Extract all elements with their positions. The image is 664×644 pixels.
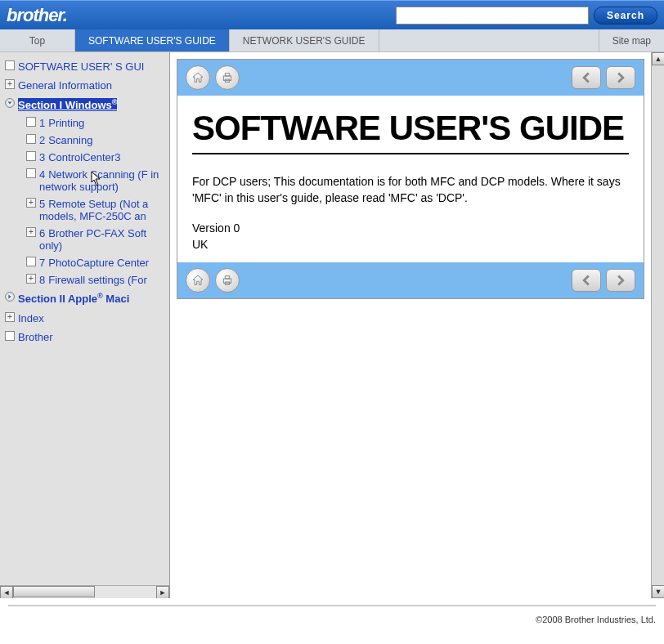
svg-rect-0 bbox=[223, 76, 231, 80]
print-icon bbox=[221, 71, 234, 84]
doc-icon bbox=[26, 117, 36, 127]
footer: ©2008 Brother Industries, Ltd. bbox=[8, 605, 656, 633]
tree-label: 6Brother PC-FAX Soft only) bbox=[39, 227, 169, 252]
region-text: UK bbox=[192, 237, 629, 253]
print-button[interactable] bbox=[215, 65, 240, 90]
tree-item-brother[interactable]: Brother bbox=[5, 328, 169, 347]
tree-item-firewall[interactable]: + 8Firewall settings (For bbox=[26, 271, 169, 288]
body-area: SOFTWARE USER' S GUI + General Informati… bbox=[0, 52, 664, 598]
chevron-right-icon bbox=[615, 275, 626, 286]
chevron-left-icon bbox=[581, 275, 592, 286]
svg-rect-1 bbox=[225, 74, 229, 76]
content-pane: SOFTWARE USER'S GUIDE For DCP users; Thi… bbox=[170, 52, 664, 598]
tab-bar: Top SOFTWARE USER'S GUIDE NETWORK USER'S… bbox=[0, 29, 664, 52]
doc-icon bbox=[5, 60, 15, 70]
tree-item-index[interactable]: + Index bbox=[5, 309, 169, 328]
doc-icon bbox=[26, 134, 36, 144]
tree-label: SOFTWARE USER' S GUI bbox=[18, 60, 144, 73]
plus-icon: + bbox=[26, 227, 36, 237]
plus-icon: + bbox=[5, 79, 15, 89]
tree-label: 4Network Scanning (F in network support) bbox=[39, 168, 169, 193]
tree-label: 7PhotoCapture Center bbox=[39, 257, 149, 269]
content-box: SOFTWARE USER'S GUIDE For DCP users; Thi… bbox=[177, 59, 644, 299]
tab-software-guide[interactable]: SOFTWARE USER'S GUIDE bbox=[75, 29, 230, 51]
search-button[interactable]: Search bbox=[594, 7, 657, 25]
tree-item-general-info[interactable]: + General Information bbox=[5, 76, 169, 95]
sidebar: SOFTWARE USER' S GUI + General Informati… bbox=[0, 52, 170, 598]
doc-icon bbox=[5, 331, 15, 341]
tree-sub-windows: 1Printing 2Scanning 3ControlCenter3 4Net… bbox=[5, 114, 169, 288]
plus-icon: + bbox=[5, 312, 15, 322]
sidebar-hscrollbar[interactable]: ◄ ► bbox=[0, 585, 169, 598]
doc-icon bbox=[26, 168, 36, 178]
tab-network-guide[interactable]: NETWORK USER'S GUIDE bbox=[230, 29, 379, 51]
svg-rect-4 bbox=[225, 276, 229, 279]
content-toolbar-top bbox=[177, 60, 644, 96]
scroll-left-icon[interactable]: ◄ bbox=[0, 586, 13, 598]
content-vscrollbar[interactable]: ▲ ▼ bbox=[651, 52, 664, 598]
scroll-up-icon[interactable]: ▲ bbox=[652, 52, 664, 65]
tab-sitemap[interactable]: Site map bbox=[599, 29, 664, 51]
tree-label: 8Firewall settings (For bbox=[39, 274, 147, 286]
prev-button[interactable] bbox=[572, 66, 601, 89]
content-inner: SOFTWARE USER'S GUIDE For DCP users; Thi… bbox=[170, 52, 651, 598]
home-button[interactable] bbox=[186, 65, 210, 90]
scroll-thumb[interactable] bbox=[13, 586, 95, 597]
search-input[interactable] bbox=[396, 7, 589, 25]
tree-label: 2Scanning bbox=[39, 134, 92, 146]
tree-label: Brother bbox=[18, 331, 53, 343]
svg-rect-3 bbox=[223, 279, 231, 283]
tree-item-scanning[interactable]: 2Scanning bbox=[26, 132, 169, 149]
doc-icon bbox=[26, 151, 36, 161]
document-body: SOFTWARE USER'S GUIDE For DCP users; Thi… bbox=[177, 96, 644, 262]
home-icon bbox=[191, 274, 204, 287]
next-button[interactable] bbox=[606, 269, 635, 292]
nav-tree: SOFTWARE USER' S GUI + General Informati… bbox=[0, 52, 169, 351]
tree-label: Index bbox=[18, 312, 44, 324]
tree-label: Section II Apple® Maci bbox=[18, 292, 129, 305]
tree-item-printing[interactable]: 1Printing bbox=[26, 114, 169, 132]
print-icon bbox=[221, 274, 234, 287]
brother-logo: brother. bbox=[7, 5, 67, 26]
tree-item-network-scanning[interactable]: 4Network Scanning (F in network support) bbox=[26, 166, 169, 195]
expand-down-icon bbox=[5, 98, 15, 108]
scroll-track[interactable] bbox=[13, 586, 156, 598]
plus-icon: + bbox=[26, 274, 36, 284]
tree-label: 5Remote Setup (Not a models, MFC-250C an bbox=[39, 198, 169, 222]
app-header: brother. Search bbox=[0, 0, 664, 29]
tree-item-pcfax[interactable]: + 6Brother PC-FAX Soft only) bbox=[26, 225, 169, 254]
home-icon bbox=[191, 71, 204, 84]
chevron-right-icon bbox=[615, 72, 626, 83]
home-button[interactable] bbox=[186, 268, 210, 293]
doc-meta: Version 0 UK bbox=[192, 221, 629, 253]
tree-item-photocapture[interactable]: 7PhotoCapture Center bbox=[26, 254, 169, 271]
page-title: SOFTWARE USER'S GUIDE bbox=[192, 110, 629, 154]
tree-item-section-windows[interactable]: Section I Windows® bbox=[5, 95, 169, 114]
plus-icon: + bbox=[26, 198, 36, 208]
tree-label: 3ControlCenter3 bbox=[39, 151, 120, 163]
tree-label: 1Printing bbox=[39, 117, 84, 129]
expand-right-icon bbox=[5, 292, 15, 302]
tree-item-section-mac[interactable]: Section II Apple® Maci bbox=[5, 288, 169, 308]
print-button[interactable] bbox=[215, 268, 240, 293]
intro-paragraph: For DCP users; This documentation is for… bbox=[192, 174, 629, 206]
tab-top[interactable]: Top bbox=[0, 29, 75, 51]
tree-item-remote-setup[interactable]: + 5Remote Setup (Not a models, MFC-250C … bbox=[26, 195, 169, 225]
tree-item-software-guide[interactable]: SOFTWARE USER' S GUI bbox=[5, 57, 169, 76]
doc-icon bbox=[26, 257, 36, 266]
tree-item-controlcenter[interactable]: 3ControlCenter3 bbox=[26, 149, 169, 166]
tree-label: Section I Windows® bbox=[18, 98, 117, 111]
search-area: Search bbox=[396, 7, 657, 25]
tree-label: General Information bbox=[18, 79, 112, 92]
chevron-left-icon bbox=[581, 72, 592, 83]
scroll-right-icon[interactable]: ► bbox=[156, 586, 169, 598]
next-button[interactable] bbox=[606, 66, 635, 89]
content-toolbar-bottom bbox=[177, 262, 644, 298]
scroll-down-icon[interactable]: ▼ bbox=[652, 585, 664, 598]
prev-button[interactable] bbox=[572, 269, 601, 292]
version-text: Version 0 bbox=[192, 221, 629, 237]
copyright-text: ©2008 Brother Industries, Ltd. bbox=[536, 615, 656, 624]
